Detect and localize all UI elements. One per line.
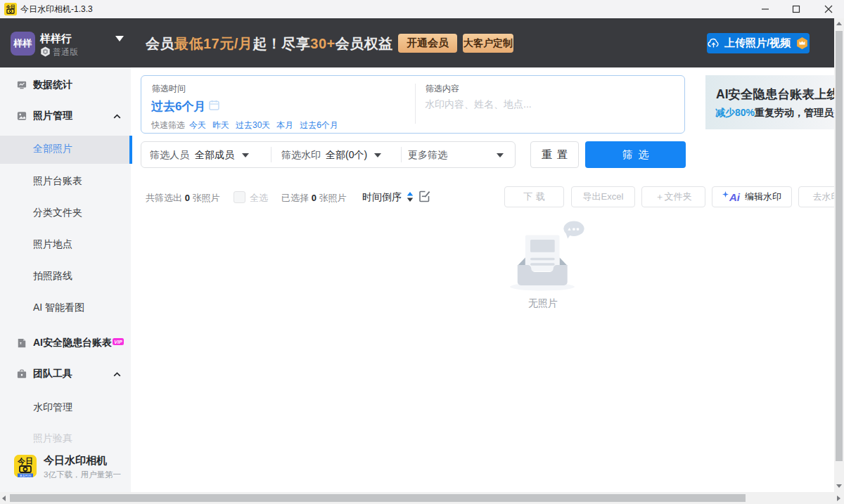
svg-text:今日: 今日 (6, 4, 15, 10)
svg-text:今日: 今日 (17, 457, 33, 465)
svg-text:真实时间: 真实时间 (20, 474, 32, 477)
